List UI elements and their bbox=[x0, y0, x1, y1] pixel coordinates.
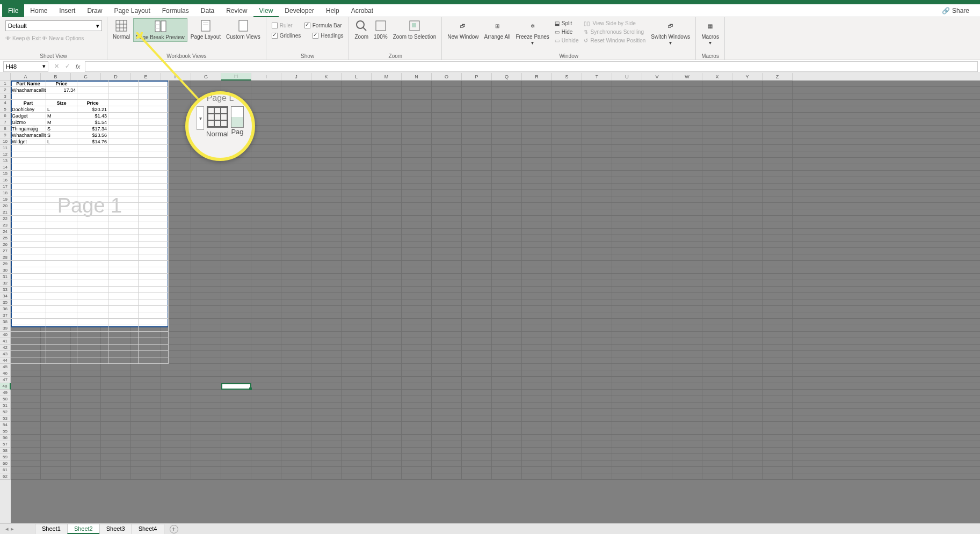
row-header-12[interactable]: 12 bbox=[0, 151, 11, 158]
row-header-18[interactable]: 18 bbox=[0, 190, 11, 196]
row-header-59[interactable]: 59 bbox=[0, 454, 11, 460]
row-header-15[interactable]: 15 bbox=[0, 171, 11, 177]
row-header-58[interactable]: 58 bbox=[0, 448, 11, 454]
formula-cancel-button[interactable]: ✕ bbox=[52, 63, 61, 70]
arrange-all-button[interactable]: ⊞Arrange All bbox=[482, 18, 513, 41]
row-header-1[interactable]: 1 bbox=[0, 81, 11, 87]
row-header-43[interactable]: 43 bbox=[0, 351, 11, 357]
row-header-36[interactable]: 36 bbox=[0, 306, 11, 312]
tab-page-layout[interactable]: Page Layout bbox=[108, 4, 156, 17]
split-button[interactable]: ⬓ Split bbox=[553, 19, 581, 27]
row-header-21[interactable]: 21 bbox=[0, 209, 11, 216]
row-header-45[interactable]: 45 bbox=[0, 364, 11, 370]
grid-area[interactable]: Page 1 Part NamePriceWhachamacallit17.34… bbox=[11, 81, 980, 523]
active-cell[interactable] bbox=[221, 383, 251, 390]
column-header-Q[interactable]: Q bbox=[492, 73, 522, 81]
row-header-42[interactable]: 42 bbox=[0, 345, 11, 351]
column-header-P[interactable]: P bbox=[462, 73, 492, 81]
row-header-55[interactable]: 55 bbox=[0, 428, 11, 435]
row-header-7[interactable]: 7 bbox=[0, 119, 11, 126]
row-header-44[interactable]: 44 bbox=[0, 357, 11, 364]
row-header-47[interactable]: 47 bbox=[0, 377, 11, 383]
new-window-button[interactable]: 🗗New Window bbox=[445, 18, 481, 41]
sheet-nav-next[interactable]: ▸ bbox=[11, 525, 14, 532]
row-header-11[interactable]: 11 bbox=[0, 145, 11, 151]
row-header-4[interactable]: 4 bbox=[0, 100, 11, 106]
sheet-nav-prev[interactable]: ◂ bbox=[5, 525, 9, 532]
row-header-51[interactable]: 51 bbox=[0, 403, 11, 409]
sheet-tab-sheet4[interactable]: Sheet4 bbox=[132, 524, 164, 534]
row-header-53[interactable]: 53 bbox=[0, 415, 11, 422]
freeze-panes-button[interactable]: ❄Freeze Panes ▾ bbox=[514, 18, 551, 47]
row-header-20[interactable]: 20 bbox=[0, 203, 11, 209]
row-header-31[interactable]: 31 bbox=[0, 274, 11, 280]
tab-help[interactable]: Help bbox=[320, 4, 345, 17]
row-header-32[interactable]: 32 bbox=[0, 280, 11, 287]
row-header-19[interactable]: 19 bbox=[0, 196, 11, 203]
tab-review[interactable]: Review bbox=[220, 4, 253, 17]
row-header-33[interactable]: 33 bbox=[0, 287, 11, 293]
row-header-28[interactable]: 28 bbox=[0, 254, 11, 261]
normal-view-button[interactable]: Normal bbox=[111, 18, 132, 41]
column-header-I[interactable]: I bbox=[251, 73, 281, 81]
row-header-52[interactable]: 52 bbox=[0, 409, 11, 415]
row-header-35[interactable]: 35 bbox=[0, 299, 11, 306]
row-header-17[interactable]: 17 bbox=[0, 184, 11, 190]
column-header-U[interactable]: U bbox=[612, 73, 642, 81]
column-header-E[interactable]: E bbox=[131, 73, 161, 81]
row-header-10[interactable]: 10 bbox=[0, 138, 11, 145]
sheet-tab-sheet3[interactable]: Sheet3 bbox=[99, 524, 132, 534]
tab-home[interactable]: Home bbox=[24, 4, 53, 17]
row-header-13[interactable]: 13 bbox=[0, 158, 11, 164]
column-header-S[interactable]: S bbox=[552, 73, 582, 81]
row-header-37[interactable]: 37 bbox=[0, 312, 11, 319]
column-header-T[interactable]: T bbox=[582, 73, 612, 81]
row-header-38[interactable]: 38 bbox=[0, 319, 11, 325]
tab-formulas[interactable]: Formulas bbox=[156, 4, 195, 17]
sheet-tab-sheet1[interactable]: Sheet1 bbox=[35, 524, 68, 534]
column-header-R[interactable]: R bbox=[522, 73, 552, 81]
row-header-16[interactable]: 16 bbox=[0, 177, 11, 184]
share-button[interactable]: 🔗 Share bbox=[942, 7, 969, 14]
row-header-34[interactable]: 34 bbox=[0, 293, 11, 299]
formula-enter-button[interactable]: ✓ bbox=[62, 63, 72, 70]
exit-button[interactable]: ⊘ Exit bbox=[26, 35, 41, 41]
select-all-button[interactable] bbox=[0, 73, 11, 81]
column-header-B[interactable]: B bbox=[41, 73, 71, 81]
row-header-41[interactable]: 41 bbox=[0, 338, 11, 345]
row-header-40[interactable]: 40 bbox=[0, 332, 11, 338]
row-header-27[interactable]: 27 bbox=[0, 248, 11, 254]
row-header-24[interactable]: 24 bbox=[0, 229, 11, 235]
row-header-54[interactable]: 54 bbox=[0, 422, 11, 428]
column-header-J[interactable]: J bbox=[281, 73, 311, 81]
macros-button[interactable]: ▦Macros ▾ bbox=[699, 18, 721, 47]
row-header-62[interactable]: 62 bbox=[0, 473, 11, 480]
column-header-C[interactable]: C bbox=[71, 73, 101, 81]
headings-checkbox[interactable]: Headings bbox=[310, 32, 345, 40]
row-header-22[interactable]: 22 bbox=[0, 216, 11, 222]
row-header-39[interactable]: 39 bbox=[0, 325, 11, 332]
row-header-2[interactable]: 2 bbox=[0, 87, 11, 93]
column-header-A[interactable]: A bbox=[11, 73, 41, 81]
tab-acrobat[interactable]: Acrobat bbox=[345, 4, 379, 17]
gridlines-checkbox[interactable]: Gridlines bbox=[270, 32, 303, 40]
tab-developer[interactable]: Developer bbox=[279, 4, 320, 17]
tab-data[interactable]: Data bbox=[195, 4, 220, 17]
column-header-D[interactable]: D bbox=[101, 73, 131, 81]
column-header-L[interactable]: L bbox=[342, 73, 372, 81]
row-header-9[interactable]: 9 bbox=[0, 132, 11, 138]
zoom-100-button[interactable]: 100% bbox=[372, 18, 390, 41]
formula-input[interactable] bbox=[85, 61, 978, 72]
sheet-view-dropdown[interactable]: Default ▾ bbox=[5, 20, 102, 31]
tab-file[interactable]: File bbox=[2, 4, 24, 17]
row-header-3[interactable]: 3 bbox=[0, 93, 11, 100]
add-sheet-button[interactable]: + bbox=[170, 525, 178, 533]
row-header-48[interactable]: 48 bbox=[0, 383, 11, 390]
options-button[interactable]: ≡ Options bbox=[61, 35, 84, 41]
page-layout-view-button[interactable]: Page Layout bbox=[188, 18, 223, 41]
column-headers[interactable]: ABCDEFGHIJKLMNOPQRSTUVWXYZ bbox=[11, 73, 980, 81]
row-header-26[interactable]: 26 bbox=[0, 242, 11, 248]
column-header-K[interactable]: K bbox=[311, 73, 342, 81]
column-header-N[interactable]: N bbox=[402, 73, 432, 81]
column-header-W[interactable]: W bbox=[672, 73, 702, 81]
